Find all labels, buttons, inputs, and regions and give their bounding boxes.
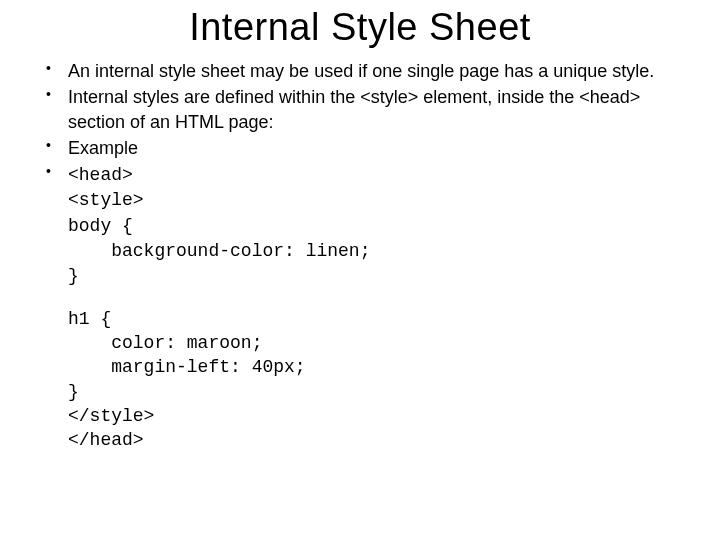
list-item: Example <box>68 136 680 160</box>
bullet-list: An internal style sheet may be used if o… <box>40 59 680 289</box>
code-snippet-head-open: <head> <style> body { background-color: … <box>68 165 370 286</box>
slide-title: Internal Style Sheet <box>40 6 680 49</box>
code-snippet-h1-block: h1 { color: maroon; margin-left: 40px; }… <box>68 307 680 453</box>
list-item: An internal style sheet may be used if o… <box>68 59 680 83</box>
list-item: <head> <style> body { background-color: … <box>68 162 680 288</box>
list-item: Internal styles are defined within the <… <box>68 85 680 134</box>
